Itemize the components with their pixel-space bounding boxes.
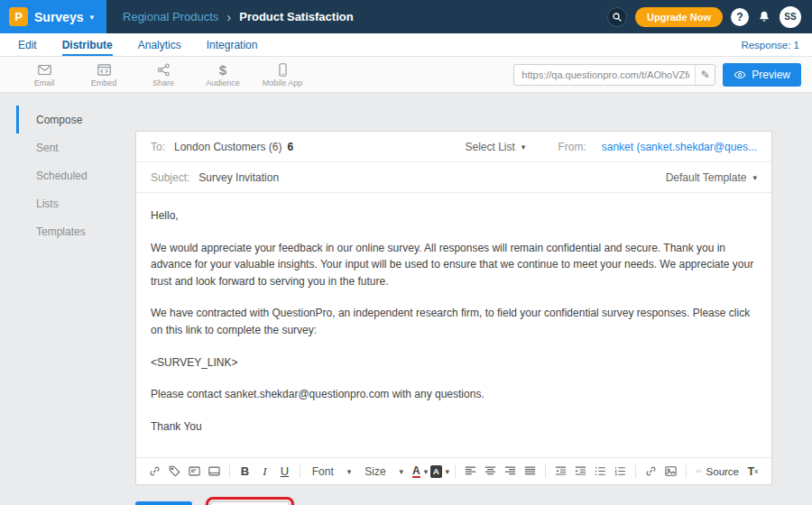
body-paragraph: We would appreciate your feedback in our… [151, 240, 757, 290]
help-button[interactable]: ? [731, 8, 749, 26]
code-icon [696, 464, 702, 478]
search-button[interactable] [607, 7, 627, 27]
align-left-button[interactable] [461, 462, 480, 482]
channel-embed[interactable]: Embed [74, 62, 134, 87]
sidebar-item-compose[interactable]: Compose [16, 106, 135, 133]
channel-email-label: Email [34, 78, 55, 87]
to-value[interactable]: London Customers (6) [174, 141, 281, 153]
italic-button[interactable]: I [255, 462, 274, 482]
sidebar-item-scheduled[interactable]: Scheduled [16, 161, 135, 189]
body-paragraph: Please contact sanket.shekdar@questionpr… [151, 386, 757, 403]
survey-url-box: ✎ [513, 64, 715, 86]
survey-tabs: Edit Distribute Analytics Integration Re… [0, 33, 812, 57]
channel-email[interactable]: Email [14, 62, 74, 87]
tag-icon[interactable] [165, 462, 184, 482]
decrease-indent-button[interactable] [551, 462, 570, 482]
size-dropdown[interactable]: Size ▾ [364, 465, 403, 478]
survey-url-group: ✎ Preview [513, 63, 801, 87]
channel-audience[interactable]: $ Audience [193, 62, 253, 87]
page-title: Product Satisfaction [239, 10, 353, 23]
insert-image-button[interactable] [661, 462, 680, 482]
embed-icon [97, 62, 112, 78]
channel-share[interactable]: Share [134, 62, 193, 87]
subject-value[interactable]: Survey Invitation [198, 171, 279, 184]
breadcrumb-parent-link[interactable]: Regional Products [123, 10, 218, 23]
email-body-editor[interactable]: Hello, We would appreciate your feedback… [136, 193, 771, 457]
preview-label: Preview [752, 69, 790, 81]
increase-indent-button[interactable] [571, 462, 590, 482]
preview-button[interactable]: Preview [723, 63, 801, 87]
channel-audience-label: Audience [206, 78, 240, 87]
top-actions: Upgrade Now ? SS [607, 6, 812, 28]
chevron-down-icon: ▾ [521, 142, 526, 152]
distribute-toolbar: Email Embed Share $ Audience Mobile App … [0, 57, 812, 93]
sidebar-item-lists[interactable]: Lists [16, 189, 135, 217]
font-dropdown[interactable]: Font ▾ [312, 465, 352, 478]
send-button[interactable]: Send [135, 501, 192, 505]
channel-mobile-app-label: Mobile App [263, 78, 303, 87]
numbered-list-button[interactable] [611, 462, 630, 482]
remove-format-button[interactable]: Tx [743, 462, 762, 482]
background-color-button[interactable]: A ▾ [430, 462, 449, 482]
underline-button[interactable]: U [275, 462, 294, 482]
questionpro-logo-icon: P [9, 7, 28, 26]
breadcrumb-separator: › [226, 9, 231, 24]
align-center-button[interactable] [481, 462, 500, 482]
source-button[interactable]: Source [692, 462, 743, 482]
unsubscribe-footer-icon[interactable] [205, 462, 224, 482]
toolbar-divider [300, 464, 300, 478]
source-label: Source [706, 466, 739, 477]
align-justify-button[interactable] [521, 462, 540, 482]
avatar[interactable]: SS [780, 6, 801, 28]
align-right-button[interactable] [501, 462, 520, 482]
from-label: From: [558, 141, 586, 153]
bold-button[interactable]: B [235, 462, 254, 482]
eye-icon [734, 69, 746, 81]
text-color-button[interactable]: A ▾ [411, 462, 429, 482]
sidebar-item-sent[interactable]: Sent [16, 133, 135, 161]
hyperlink-button[interactable] [641, 462, 660, 482]
tab-distribute[interactable]: Distribute [62, 33, 113, 56]
toolbar-divider [545, 464, 546, 478]
compose-card: To: London Customers (6) 6 Select List ▾… [135, 131, 772, 485]
toolbar-divider [229, 464, 230, 478]
share-icon [156, 62, 171, 78]
product-switcher[interactable]: P Surveys ▾ [0, 0, 106, 33]
to-row-right: Select List ▾ From: sanket (sanket.shekd… [465, 141, 757, 153]
select-list-label: Select List [465, 141, 514, 153]
chevron-down-icon: ▾ [89, 13, 94, 22]
size-dropdown-label: Size [364, 465, 385, 478]
channel-mobile-app[interactable]: Mobile App [253, 62, 312, 87]
schedule-annotation-highlight: Schedule [206, 497, 294, 505]
chevron-down-icon: ▾ [446, 467, 450, 476]
background-color-icon: A [430, 465, 441, 478]
search-icon [612, 12, 623, 23]
template-label: Default Template [666, 171, 747, 184]
upgrade-button[interactable]: Upgrade Now [635, 7, 723, 27]
editor-toolbar: B I U Font ▾ Size ▾ A ▾ [136, 457, 771, 484]
app-window: P Surveys ▾ Regional Products › Product … [0, 0, 812, 505]
tab-analytics[interactable]: Analytics [138, 33, 181, 56]
bullet-list-button[interactable] [591, 462, 610, 482]
select-list-dropdown[interactable]: Select List ▾ [465, 141, 525, 153]
tab-integration[interactable]: Integration [207, 33, 258, 56]
channel-embed-label: Embed [91, 78, 117, 87]
edit-url-icon[interactable]: ✎ [695, 65, 715, 85]
response-count[interactable]: Response: 1 [741, 33, 799, 56]
tab-edit[interactable]: Edit [18, 33, 37, 56]
from-address-link[interactable]: sanket (sanket.shekdar@ques... [602, 141, 757, 153]
chevron-down-icon: ▾ [424, 467, 429, 476]
sidebar-item-templates[interactable]: Templates [16, 217, 135, 245]
sidebar: Compose Sent Scheduled Lists Templates [0, 93, 135, 505]
top-bar: P Surveys ▾ Regional Products › Product … [0, 0, 812, 33]
body-paragraph: We have contracted with QuestionPro, an … [151, 305, 757, 338]
email-icon [37, 62, 52, 78]
merge-field-icon[interactable] [185, 462, 204, 482]
notifications-button[interactable] [757, 10, 771, 24]
schedule-button[interactable]: Schedule [210, 501, 290, 505]
survey-url-input[interactable] [513, 64, 715, 86]
product-switcher-label: Surveys [34, 10, 83, 24]
body-paragraph: Hello, [151, 207, 757, 225]
insert-link-icon[interactable] [145, 462, 164, 482]
template-dropdown[interactable]: Default Template ▾ [666, 171, 757, 184]
